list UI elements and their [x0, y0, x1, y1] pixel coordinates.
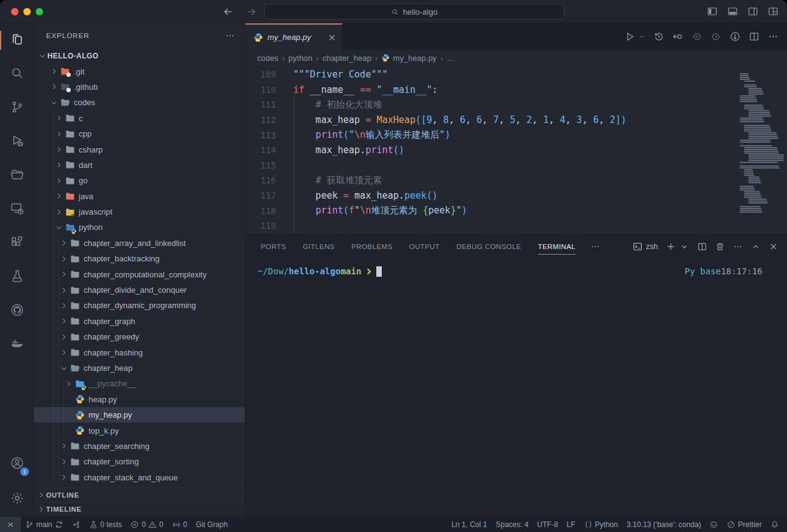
tree-item-__pycache__[interactable]: __pycache__ [34, 376, 245, 391]
tree-item-chapter_graph[interactable]: chapter_graph [34, 314, 245, 329]
breadcrumb-item[interactable]: … [446, 54, 454, 63]
status-language-mode[interactable]: Python [580, 517, 622, 532]
tree-item-heap.py[interactable]: heap.py [34, 392, 245, 407]
tree-item-csharp[interactable]: csharp [34, 141, 245, 157]
tree-item-chapter_greedy[interactable]: chapter_greedy [34, 329, 245, 344]
activity-testing[interactable] [0, 260, 34, 294]
tree-item-chapter_heap[interactable]: chapter_heap [34, 360, 245, 376]
tree-item-cpp[interactable]: cpp [34, 126, 245, 141]
explorer-more-actions-icon[interactable] [225, 31, 235, 41]
tree-item-.github[interactable]: .github [34, 79, 245, 95]
tree-item-chapter_array_and_linkedlist[interactable]: chapter_array_and_linkedlist [34, 236, 245, 251]
run-dropdown-icon[interactable] [638, 31, 645, 42]
status-cursor-position[interactable]: Ln 1, Col 1 [447, 517, 491, 532]
timeline-history-icon[interactable] [654, 31, 664, 42]
sidebar-section-outline[interactable]: OUTLINE [34, 488, 245, 502]
command-center-search[interactable]: hello-algo [264, 4, 564, 20]
activity-source-control[interactable] [0, 91, 34, 125]
close-tab-icon[interactable] [327, 33, 337, 42]
split-editor-icon[interactable] [749, 31, 759, 42]
panel-tab-output[interactable]: OUTPUT [409, 234, 440, 258]
tree-item-top_k.py[interactable]: top_k.py [34, 423, 245, 438]
more-actions-icon[interactable] [768, 31, 778, 42]
tree-item-c[interactable]: c [34, 111, 245, 126]
panel-more-icon[interactable] [733, 242, 743, 252]
maximize-panel-icon[interactable] [751, 242, 761, 252]
minimize-window-button[interactable] [23, 8, 31, 15]
panel-tab-ports[interactable]: PORTS [261, 234, 286, 258]
new-terminal-icon[interactable] [666, 242, 676, 252]
status-git-graph-button[interactable] [68, 517, 85, 532]
tree-item-chapter_backtracking[interactable]: chapter_backtracking [34, 251, 245, 266]
tree-item-.git[interactable]: .git [34, 63, 245, 79]
activity-remote-explorer[interactable] [0, 193, 34, 226]
tree-root-hello-algo[interactable]: HELLO-ALGO [34, 48, 245, 63]
panel-tab-gitlens[interactable]: GITLENS [303, 234, 334, 258]
status-copilot[interactable] [705, 517, 722, 532]
previous-change-icon[interactable] [692, 31, 702, 42]
minimap[interactable] [740, 73, 784, 213]
tree-item-java[interactable]: java [34, 189, 245, 204]
sidebar-section-timeline[interactable]: TIMELINE [34, 502, 245, 516]
status-tests[interactable]: 0 tests [85, 517, 126, 532]
open-changes-icon[interactable] [673, 31, 683, 42]
next-change-icon[interactable] [711, 31, 721, 42]
activity-accounts[interactable]: 1 [0, 447, 34, 481]
activity-explorer[interactable] [0, 23, 34, 57]
breadcrumb-item[interactable]: my_heap.py [381, 54, 437, 63]
panel-tabs-overflow-icon[interactable] [590, 242, 600, 252]
tree-item-python[interactable]: python [34, 220, 245, 235]
tree-item-my_heap.py[interactable]: my_heap.py [34, 407, 245, 423]
navigate-forward-icon[interactable] [246, 6, 257, 17]
tree-item-javascript[interactable]: JSjavascript [34, 204, 245, 220]
breadcrumb-item[interactable]: python [288, 54, 312, 63]
navigate-back-icon[interactable] [223, 6, 234, 17]
close-window-button[interactable] [11, 8, 18, 15]
tree-item-chapter_searching[interactable]: chapter_searching [34, 439, 245, 454]
activity-settings[interactable] [0, 482, 34, 516]
status-git-graph[interactable]: Git Graph [191, 517, 232, 532]
status-eol[interactable]: LF [563, 517, 580, 532]
close-panel-icon[interactable] [769, 242, 778, 252]
editor-tab-my_heap.py[interactable]: my_heap.py [245, 23, 342, 50]
gitlens-graph-icon[interactable] [730, 31, 740, 42]
tree-item-go[interactable]: go [34, 173, 245, 188]
code-editor[interactable]: 109"""Driver Code"""110if __name__ == "_… [245, 66, 787, 234]
breadcrumb-item[interactable]: chapter_heap [322, 54, 371, 63]
tree-item-chapter_hashing[interactable]: chapter_hashing [34, 344, 245, 360]
layout-grid-icon[interactable] [768, 6, 778, 17]
status-indentation[interactable]: Spaces: 4 [491, 517, 532, 532]
tree-item-chapter_computational_complexity[interactable]: chapter_computational_complexity [34, 266, 245, 282]
tree-item-dart[interactable]: dart [34, 157, 245, 173]
status-prettier[interactable]: Prettier [722, 517, 766, 532]
status-python-interpreter[interactable]: 3.10.13 ('base': conda) [622, 517, 705, 532]
status-git-branch[interactable]: main [21, 517, 68, 532]
maximize-window-button[interactable] [36, 8, 43, 15]
activity-project-manager[interactable] [0, 159, 34, 193]
activity-docker[interactable] [0, 328, 34, 362]
run-python-file-icon[interactable] [625, 31, 635, 42]
status-remote-indicator[interactable] [0, 517, 21, 532]
activity-run-and-debug[interactable] [0, 125, 34, 159]
terminal-instance[interactable]: zsh [633, 242, 658, 252]
layout-sidebar-left-icon[interactable] [707, 6, 718, 17]
panel-tab-debug-console[interactable]: DEBUG CONSOLE [456, 234, 521, 258]
status-notifications[interactable] [766, 517, 783, 532]
tree-item-chapter_dynamic_programming[interactable]: chapter_dynamic_programming [34, 298, 245, 313]
activity-search[interactable] [0, 57, 34, 91]
status-problems[interactable]: 00 [126, 517, 167, 532]
split-terminal-icon[interactable] [697, 242, 707, 252]
tree-item-chapter_divide_and_conquer[interactable]: chapter_divide_and_conquer [34, 282, 245, 298]
panel-tab-problems[interactable]: PROBLEMS [351, 234, 392, 258]
terminal-dropdown-icon[interactable] [679, 242, 689, 252]
tree-item-chapter_sorting[interactable]: chapter_sorting [34, 454, 245, 469]
activity-extensions[interactable] [0, 226, 34, 260]
tree-item-chapter_stack_and_queue[interactable]: chapter_stack_and_queue [34, 470, 245, 485]
tree-item-codes[interactable]: codes [34, 95, 245, 110]
terminal-view[interactable]: ~/Dow/hello-algo main Py base 18:17:16 [245, 258, 787, 516]
status-encoding[interactable]: UTF-8 [533, 517, 563, 532]
panel-tab-terminal[interactable]: TERMINAL [538, 234, 575, 258]
layout-panel-icon[interactable] [727, 6, 738, 17]
breadcrumb-item[interactable]: codes [257, 54, 279, 63]
status-ports[interactable]: 0 [168, 517, 192, 532]
